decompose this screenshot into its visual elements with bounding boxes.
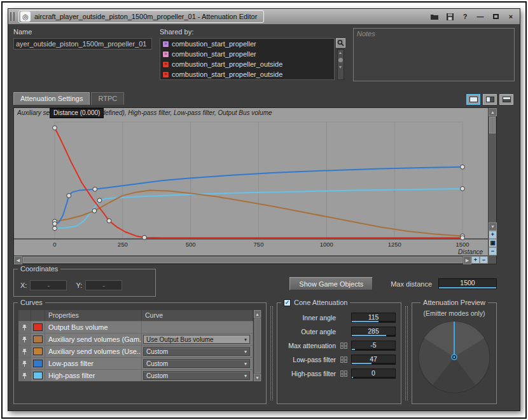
cone-row: Outer angle 285 (282, 326, 396, 337)
scroll-thumb[interactable] (23, 257, 462, 263)
shared-by-list-item[interactable]: » combustion_start_propeller_outside (160, 69, 334, 79)
y-coordinate-field[interactable]: - (85, 280, 122, 290)
content: Name Shared by: » combustion_start_prope… (8, 24, 520, 410)
pin-icon[interactable] (18, 370, 31, 381)
curve-type-dropdown[interactable]: Custom ▾ (143, 371, 250, 380)
scroll-thumb[interactable] (489, 117, 496, 133)
cone-row-label: Inner angle (282, 314, 336, 322)
zoom-fit-icon[interactable]: ▣ (489, 239, 497, 247)
rtpc-indicator-icons[interactable] (338, 370, 349, 377)
max-distance-field[interactable]: 1500 (438, 278, 497, 289)
max-distance-label: Max distance (391, 280, 432, 288)
search-icon[interactable] (336, 38, 345, 48)
cone-value-field[interactable]: 0 (351, 369, 396, 379)
curve-property-label: Output Bus volume (45, 322, 142, 333)
scroll-left-icon[interactable]: ◀ (14, 256, 22, 264)
name-input[interactable] (13, 38, 152, 50)
cone-row: High-pass filter 0 (282, 368, 396, 379)
layout-split-vertical-icon[interactable] (483, 94, 497, 105)
layout-single-icon[interactable] (466, 94, 480, 105)
slider-fill[interactable] (352, 321, 379, 322)
zoom-in-icon[interactable]: + (489, 231, 497, 239)
pin-icon[interactable] (18, 322, 31, 333)
pin-icon[interactable] (18, 346, 31, 357)
pin-icon[interactable] (18, 358, 31, 369)
curves-table-scrollbar[interactable]: ▲ ▼ (253, 310, 261, 381)
layout-split-horizontal-icon[interactable] (499, 94, 513, 105)
close-icon[interactable]: × (506, 12, 516, 22)
graph-horizontal-scrollbar[interactable]: ◀ ▶ + − (14, 255, 488, 264)
svg-text:500: 500 (186, 241, 196, 248)
slider-fill[interactable] (352, 377, 353, 378)
show-game-objects-button[interactable]: Show Game Objects (289, 277, 373, 290)
cone-value-field[interactable]: 47 (351, 355, 396, 365)
curve-property-label: Auxiliary send volumes (Use... (45, 346, 142, 357)
splitter-handle[interactable] (270, 306, 273, 400)
maximize-icon[interactable] (490, 12, 501, 22)
shared-by-list-item[interactable]: » combustion_start_propeller_outside (160, 59, 334, 69)
curve-color-swatch (33, 372, 43, 379)
x-coordinate-field[interactable]: - (30, 280, 67, 290)
pin-icon[interactable] (18, 334, 31, 345)
slider-fill[interactable] (352, 363, 372, 364)
scroll-down-icon[interactable]: ▼ (254, 374, 261, 381)
scroll-thumb[interactable] (338, 58, 343, 62)
slider-track (352, 377, 395, 378)
slider-fill[interactable] (439, 287, 496, 288)
rtpc-indicator-icons[interactable] (338, 342, 349, 349)
notes-field[interactable]: Notes (353, 28, 515, 81)
svg-text:0: 0 (53, 241, 56, 248)
name-column: Name (13, 28, 152, 85)
cone-value-field[interactable]: -5 (351, 341, 396, 351)
save-icon[interactable] (445, 12, 455, 22)
max-distance-group: Max distance 1500 (391, 278, 497, 289)
scroll-down-icon[interactable]: ▼ (338, 64, 343, 71)
curve-table-row[interactable]: Output Bus volume (18, 321, 253, 333)
shared-by-scrollbar[interactable]: ▲ ▼ (337, 49, 344, 80)
attenuation-graph[interactable]: 0250500750100012501500Distance (14, 108, 489, 257)
minimize-icon[interactable]: — (475, 12, 485, 22)
shared-by-list-item[interactable]: » combustion_start_propeller (160, 39, 334, 49)
shared-by-list-item[interactable]: » combustion_start_propeller (160, 49, 334, 59)
app-icon: ◎ (20, 11, 31, 22)
curve-table-row[interactable]: Auxiliary send volumes (Use... Custom ▾ (18, 345, 253, 357)
scroll-up-icon[interactable]: ▲ (489, 108, 497, 116)
event-icon: » (162, 41, 169, 48)
splitter-handle[interactable] (405, 306, 408, 400)
curves-title: Curves (18, 299, 45, 306)
curve-table-row[interactable]: Auxiliary send volumes (Gam... Use Outpu… (18, 333, 253, 345)
zoom-in-icon[interactable]: + (471, 256, 480, 264)
shared-by-list[interactable]: » combustion_start_propeller » combustio… (160, 38, 335, 80)
cone-value-field[interactable]: 285 (351, 327, 396, 337)
rtpc-indicator-icons[interactable] (338, 356, 349, 363)
curve-type-dropdown[interactable]: Use Output Bus volume ▾ (143, 335, 250, 344)
cone-attenuation-checkbox[interactable]: ✓ (284, 299, 291, 306)
help-icon[interactable]: ? (460, 12, 470, 22)
zoom-out-icon[interactable]: − (480, 256, 488, 264)
attenuation-graph-panel: Auxiliary send volumes (User-defined), H… (13, 107, 497, 264)
zoom-out-icon[interactable]: − (489, 247, 497, 255)
scroll-up-icon[interactable]: ▲ (338, 50, 343, 56)
curve-color-swatch (33, 335, 43, 343)
coordinates-group: Coordinates X: - Y: - (13, 269, 156, 297)
curve-table-row[interactable]: Low-pass filter Custom ▾ (18, 357, 253, 369)
curves-table: Properties Curve Output Bus volume Auxil… (18, 309, 262, 382)
open-folder-icon[interactable] (429, 12, 440, 22)
curve-table-row[interactable]: High-pass filter Custom ▾ (18, 369, 253, 381)
event-icon: » (162, 71, 169, 78)
curve-type-dropdown[interactable]: Custom ▾ (143, 359, 250, 368)
scroll-thumb[interactable] (254, 318, 261, 373)
cone-value-field[interactable]: 115 (351, 313, 396, 323)
scroll-down-icon[interactable]: ▼ (489, 222, 497, 231)
slider-fill[interactable] (352, 335, 386, 336)
scroll-up-icon[interactable]: ▲ (254, 310, 261, 318)
titlebar[interactable]: ◎ aircraft_player_outside_piston_1500m_p… (8, 9, 520, 24)
curve-type-dropdown[interactable]: Custom ▾ (143, 347, 250, 356)
tab-attenuation-settings[interactable]: Attenuation Settings (13, 92, 90, 105)
scroll-right-icon[interactable]: ▶ (463, 256, 471, 264)
svg-text:Distance: Distance (458, 248, 483, 255)
graph-vertical-scrollbar[interactable]: ▲ ▼ + ▣ − (488, 108, 496, 255)
shared-by-item-label: combustion_start_propeller (172, 50, 256, 58)
slider-fill[interactable] (352, 349, 355, 350)
tab-rtpc[interactable]: RTPC (91, 92, 124, 105)
